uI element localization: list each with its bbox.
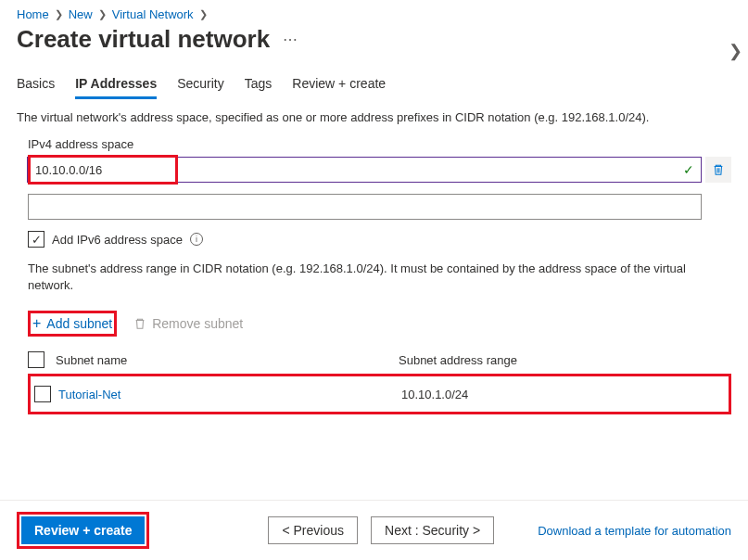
table-row: Tutorial-Net 10.10.1.0/24	[28, 374, 731, 414]
ipv6-checkbox[interactable]: ✓	[28, 231, 44, 248]
subnet-range-value: 10.10.1.0/24	[401, 388, 729, 401]
subnet-description: The subnet's address range in CIDR notat…	[28, 261, 714, 294]
download-template-link[interactable]: Download a template for automation	[538, 524, 731, 538]
breadcrumb-vnet[interactable]: Virtual Network	[112, 7, 194, 21]
chevron-right-icon[interactable]: ❯	[729, 41, 742, 61]
breadcrumb-new[interactable]: New	[69, 7, 93, 21]
column-subnet-range: Subnet address range	[399, 353, 731, 367]
tab-basics[interactable]: Basics	[17, 70, 55, 99]
footer: Review + create < Previous Next : Securi…	[0, 500, 748, 560]
tabs: Basics IP Addresses Security Tags Review…	[17, 70, 731, 99]
plus-icon: +	[32, 315, 41, 332]
add-subnet-label: Add subnet	[46, 316, 112, 331]
tab-review[interactable]: Review + create	[292, 70, 386, 99]
tab-tags[interactable]: Tags	[245, 70, 273, 99]
add-subnet-button[interactable]: + Add subnet	[32, 315, 112, 332]
page-title: Create virtual network	[17, 25, 270, 54]
select-all-checkbox[interactable]	[28, 351, 44, 368]
tab-ip-addresses[interactable]: IP Addresses	[75, 70, 157, 99]
ipv4-label: IPv4 address space	[17, 137, 731, 151]
trash-icon	[133, 317, 146, 330]
more-menu-icon[interactable]: ⋯	[283, 31, 298, 48]
subnet-name-link[interactable]: Tutorial-Net	[58, 388, 120, 401]
remove-subnet-label: Remove subnet	[152, 316, 243, 331]
address-space-description: The virtual network's address space, spe…	[17, 110, 731, 124]
remove-subnet-button: Remove subnet	[133, 316, 243, 331]
subnet-table-header: Subnet name Subnet address range	[28, 346, 731, 374]
chevron-right-icon: ❯	[55, 8, 63, 20]
ipv4-address-input-empty[interactable]	[28, 194, 702, 220]
info-icon[interactable]: i	[190, 233, 203, 246]
previous-button[interactable]: < Previous	[268, 516, 358, 544]
chevron-right-icon: ❯	[98, 8, 107, 20]
chevron-right-icon: ❯	[199, 8, 208, 20]
tab-security[interactable]: Security	[177, 70, 224, 99]
row-checkbox[interactable]	[34, 386, 51, 402]
trash-icon	[712, 163, 725, 176]
column-subnet-name: Subnet name	[56, 353, 399, 367]
ipv6-label: Add IPv6 address space	[52, 233, 183, 247]
checkmark-icon: ✓	[683, 162, 694, 177]
breadcrumb: Home ❯ New ❯ Virtual Network ❯	[17, 7, 731, 21]
next-button[interactable]: Next : Security >	[371, 516, 494, 544]
delete-address-button[interactable]	[705, 157, 731, 183]
breadcrumb-home[interactable]: Home	[17, 7, 49, 21]
review-create-button[interactable]: Review + create	[21, 516, 145, 544]
